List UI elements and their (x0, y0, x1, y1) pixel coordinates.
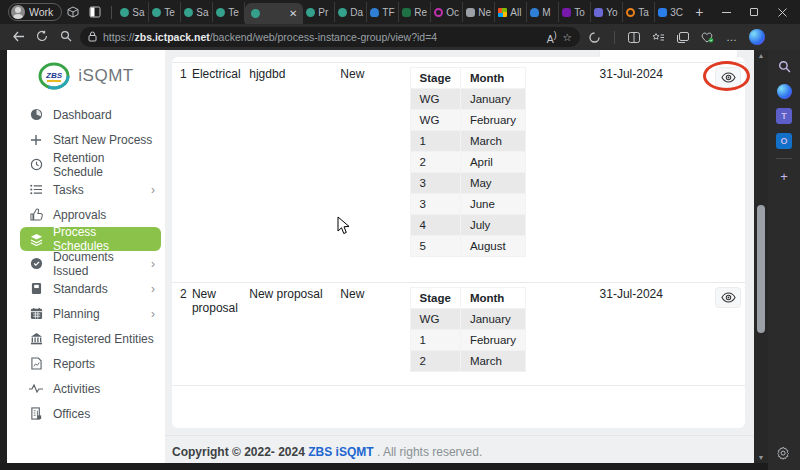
sidebar-item-standards[interactable]: Standards› (7, 276, 165, 301)
sidebar-item-registered-entities[interactable]: Registered Entities (7, 326, 165, 351)
favorite-star-icon[interactable]: ☆ (563, 31, 572, 43)
address-bar[interactable]: https://zbs.ictpack.net/backend/web/proc… (80, 27, 580, 47)
browser-toolbar: https://zbs.ictpack.net/backend/web/proc… (0, 24, 800, 50)
app-logo[interactable]: ZBS iSQMT (7, 56, 165, 96)
main-content: 1 Electrical hjgdbd New Stage Month WGJa… (165, 50, 754, 463)
row-title: Electrical (192, 67, 249, 81)
browser-tab[interactable]: Ta (623, 2, 655, 22)
browser-tab[interactable]: All (495, 2, 527, 22)
row-title: New proposal (192, 287, 249, 315)
sidebar-item-activities[interactable]: Activities (7, 376, 165, 401)
teams-icon[interactable]: T (776, 108, 792, 124)
browser-tab[interactable]: Te (213, 2, 245, 22)
sidebar-item-approvals[interactable]: Approvals (7, 202, 165, 227)
sidebar-item-label: Tasks (53, 183, 84, 197)
sidebar-item-dashboard[interactable]: Dashboard (7, 102, 165, 127)
maximize-button[interactable] (740, 1, 768, 23)
browser-tab[interactable]: Sa (117, 2, 149, 22)
back-icon[interactable] (8, 30, 28, 45)
todo-favicon (562, 8, 571, 17)
tab-close-icon[interactable]: ✕ (289, 9, 297, 19)
stage-header: Stage (410, 288, 460, 309)
window-edge (0, 50, 7, 470)
scroll-up-icon[interactable]: ▲ (758, 52, 765, 59)
copilot-ring-icon[interactable] (588, 31, 601, 44)
tab-label: Ta (638, 7, 649, 18)
note-favicon (466, 8, 475, 17)
table-row: 1 Electrical hjgdbd New Stage Month WGJa… (172, 62, 745, 282)
stage-cell: WG (410, 309, 460, 330)
collections-icon[interactable] (677, 32, 689, 43)
split-screen-icon[interactable] (628, 32, 640, 43)
browser-tab[interactable]: Ne (463, 2, 495, 22)
browser-tab[interactable]: Re (399, 2, 431, 22)
sidebar-item-tasks[interactable]: Tasks› (7, 177, 165, 202)
browser-tab[interactable]: Sa (181, 2, 213, 22)
outlook-icon[interactable]: O (776, 133, 792, 149)
schedule-row: 2March (410, 351, 525, 372)
view-button[interactable] (715, 287, 741, 308)
month-cell: August (460, 236, 525, 257)
page-scrollbar[interactable]: ▲ ▼ (754, 50, 768, 463)
browser-tab[interactable]: 3C (655, 2, 687, 22)
minimize-button[interactable] (712, 1, 740, 23)
site-favicon (251, 9, 260, 18)
browser-tab[interactable]: Yo (591, 2, 623, 22)
extensions-cube-icon[interactable] (67, 6, 79, 18)
sidebar-search-icon[interactable] (776, 58, 792, 74)
tab-preview-icon[interactable] (89, 6, 101, 18)
sidebar-item-label: Documents Issued (53, 250, 141, 278)
stage-cell: 1 (410, 330, 460, 351)
refresh-icon[interactable] (32, 30, 52, 45)
scroll-down-icon[interactable]: ▼ (758, 454, 765, 461)
browser-tab[interactable]: M (527, 2, 559, 22)
sidebar-item-offices[interactable]: Offices (7, 401, 165, 426)
thumbs-up-icon (29, 208, 43, 222)
tab-label: Te (164, 7, 175, 18)
active-tab[interactable]: ✕ (245, 3, 303, 24)
schedule-row: 2April (410, 152, 525, 173)
sidebar-item-process-schedules[interactable]: Process Schedules (20, 227, 161, 251)
site-favicon (338, 8, 347, 17)
more-options-icon[interactable]: … (726, 31, 737, 43)
dashboard-icon (29, 108, 43, 122)
add-sidebar-item-button[interactable]: + (776, 168, 792, 184)
browser-tab[interactable]: Pr (303, 2, 335, 22)
process-group-card: 1 Electrical hjgdbd New Stage Month WGJa… (172, 57, 745, 428)
row-number: 2 (180, 287, 192, 301)
plus-icon (29, 133, 43, 147)
browser-tab[interactable]: Da (335, 2, 367, 22)
brand-link[interactable]: ZBS iSQMT (308, 445, 373, 459)
copilot-icon[interactable] (776, 83, 792, 99)
browser-tab[interactable]: TF (367, 2, 399, 22)
close-button[interactable] (768, 1, 796, 23)
stage-cell: WG (410, 110, 460, 131)
url-text[interactable]: https://zbs.ictpack.net/backend/web/proc… (103, 31, 541, 43)
divider (776, 158, 792, 159)
sidebar-item-documents-issued[interactable]: Documents Issued› (7, 251, 165, 276)
table-row: 2 New proposal New proposal New Stage Mo… (172, 282, 745, 385)
tab-bar: Work Sa Te Sa Te ✕ Pr Da TF Re Oc Ne All… (0, 0, 800, 24)
favorites-icon[interactable] (652, 32, 665, 43)
browser-tab[interactable]: Te (149, 2, 181, 22)
month-cell: March (460, 131, 525, 152)
sidebar-item-reports[interactable]: Reports (7, 351, 165, 376)
tab-label: Da (350, 7, 363, 18)
search-icon[interactable] (56, 30, 76, 45)
settings-gear-icon[interactable] (776, 446, 792, 462)
browser-essentials-icon[interactable] (701, 32, 714, 43)
browser-tab[interactable]: Oc (431, 2, 463, 22)
sidebar-item-start-new-process[interactable]: Start New Process (7, 127, 165, 152)
tab-label: Pr (318, 7, 328, 18)
sidebar-item-retention-schedule[interactable]: Retention Schedule (7, 152, 165, 177)
avatar (11, 5, 25, 19)
scrollbar-thumb[interactable] (757, 205, 765, 333)
browser-tab[interactable]: To (559, 2, 591, 22)
read-aloud-icon[interactable]: A) (547, 30, 557, 45)
tab-label: Sa (196, 7, 208, 18)
new-tab-button[interactable]: + (695, 4, 703, 20)
sidebar-item-planning[interactable]: Planning› (7, 301, 165, 326)
copilot-icon[interactable] (749, 29, 765, 45)
page-footer: Copyright © 2022- 2024 ZBS iSQMT . All r… (165, 435, 754, 459)
profile-chip[interactable]: Work (8, 3, 62, 21)
